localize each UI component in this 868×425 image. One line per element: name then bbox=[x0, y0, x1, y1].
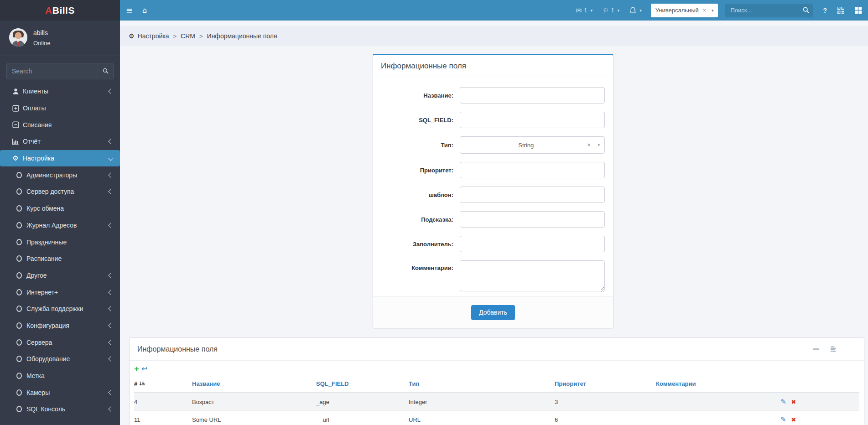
chevron-left-icon bbox=[108, 323, 113, 328]
priority-field[interactable] bbox=[460, 162, 605, 178]
sidebar-item-klienty[interactable]: Клиенты bbox=[0, 83, 120, 100]
hamburger-menu-icon[interactable]: ≡ bbox=[126, 5, 133, 15]
user-status: Online bbox=[33, 40, 51, 47]
delete-icon[interactable]: ✖ bbox=[791, 399, 796, 405]
sidebar-item-metka[interactable]: Метка bbox=[0, 368, 120, 384]
delete-icon[interactable]: ✖ bbox=[791, 416, 796, 423]
chevron-left-icon bbox=[108, 139, 113, 144]
apps-grid-icon[interactable] bbox=[855, 7, 862, 14]
hint-label: Подсказка: bbox=[373, 216, 453, 223]
gear-icon: ⚙ bbox=[129, 32, 135, 40]
topbar: ≡ ⌂ ✉ 1 ▾ ⚐ 1 ▾ ▾ Универсальный × ▾ bbox=[120, 0, 868, 21]
column-header-priority[interactable]: Приоритет bbox=[555, 375, 656, 393]
circle-icon bbox=[16, 239, 22, 245]
column-header-id[interactable]: # bbox=[134, 375, 192, 393]
sidebar-item-label: Другое bbox=[26, 272, 47, 279]
sidebar-item-raspisanie[interactable]: Расписание bbox=[0, 250, 120, 267]
avatar[interactable] bbox=[9, 28, 27, 47]
clear-icon[interactable]: × bbox=[703, 7, 706, 14]
sidebar-item-sql-konsol[interactable]: SQL Консоль bbox=[0, 401, 120, 418]
column-header-type[interactable]: Тип bbox=[409, 375, 555, 393]
sidebar-item-nastroika[interactable]: ⚙ Настройка bbox=[0, 150, 120, 167]
sql-field[interactable] bbox=[460, 112, 605, 128]
sidebar-item-zhurnal-adresov[interactable]: Журнал Адресов bbox=[0, 217, 120, 234]
gear-icon: ⚙ bbox=[10, 154, 21, 162]
breadcrumb-item[interactable]: Информационные поля bbox=[207, 32, 277, 40]
sort-icon bbox=[139, 381, 145, 387]
column-header-comments[interactable]: Комментарии bbox=[656, 375, 780, 393]
breadcrumb-item[interactable]: Настройка bbox=[138, 32, 169, 40]
column-header-name[interactable]: Название bbox=[192, 375, 316, 393]
sidebar-item-kurs-obmena[interactable]: Курс обмена bbox=[0, 200, 120, 217]
sidebar-item-label: SQL Консоль bbox=[26, 405, 65, 413]
mail-dropdown[interactable]: ✉ 1 ▾ bbox=[576, 6, 593, 15]
sidebar-item-drugoe[interactable]: Другое bbox=[0, 267, 120, 284]
sidebar-search-input[interactable] bbox=[6, 63, 98, 79]
sidebar-item-internet-plus[interactable]: Интернет+ bbox=[0, 284, 120, 301]
sidebar-item-label: Журнал Адресов bbox=[26, 222, 77, 229]
circle-icon bbox=[16, 406, 22, 412]
template-field[interactable] bbox=[460, 187, 605, 203]
sidebar-item-label: Настройка bbox=[23, 155, 54, 162]
sidebar-item-label: Оборудование bbox=[26, 355, 70, 363]
user-icon bbox=[10, 88, 21, 95]
circle-icon bbox=[16, 255, 22, 262]
qr-code-icon[interactable] bbox=[837, 7, 844, 14]
hint-field[interactable] bbox=[460, 211, 605, 228]
cell-priority: 6 bbox=[555, 411, 656, 425]
circle-icon bbox=[16, 172, 22, 178]
sidebar-item-spisaniya[interactable]: Списания bbox=[0, 116, 120, 133]
chevron-left-icon bbox=[108, 273, 113, 278]
sidebar-item-administratory[interactable]: Администраторы bbox=[0, 166, 120, 183]
name-label: Название: bbox=[373, 92, 453, 99]
add-button[interactable]: Добавить bbox=[471, 305, 515, 320]
chevron-down-icon bbox=[108, 155, 113, 161]
type-select[interactable]: String × ▾ bbox=[460, 136, 605, 154]
edit-icon[interactable]: ✎ bbox=[780, 398, 786, 406]
type-select-value: String bbox=[465, 142, 587, 149]
edit-icon[interactable]: ✎ bbox=[780, 415, 786, 424]
cell-type: URL bbox=[409, 411, 555, 425]
circle-icon bbox=[16, 205, 22, 212]
sidebar-item-sluzhba-podderzhki[interactable]: Служба поддержки bbox=[0, 301, 120, 317]
sidebar-item-konfiguratsiya[interactable]: Конфигурация bbox=[0, 317, 120, 334]
comments-field[interactable] bbox=[460, 260, 605, 291]
global-search-button[interactable] bbox=[799, 4, 813, 17]
notifications-dropdown[interactable]: ▾ bbox=[629, 7, 642, 14]
caret-down-icon: ▾ bbox=[618, 8, 620, 13]
sidebar-item-oplaty[interactable]: Оплаты bbox=[0, 100, 120, 117]
sidebar-search-button[interactable] bbox=[98, 63, 114, 79]
sidebar-item-label: Праздничные bbox=[26, 238, 67, 246]
help-icon[interactable]: ? bbox=[823, 7, 827, 14]
column-header-sql-field[interactable]: SQL_FIELD bbox=[316, 375, 409, 393]
sidebar-menu: Клиенты Оплаты Списания Отчёт ⚙ Настройк… bbox=[0, 83, 120, 418]
breadcrumb-separator: > bbox=[173, 33, 177, 40]
breadcrumb-item[interactable]: CRM bbox=[181, 32, 195, 40]
sidebar-item-prazdnichnye[interactable]: Праздничные bbox=[0, 233, 120, 250]
filler-field[interactable] bbox=[460, 236, 605, 252]
sidebar-item-oborudovanie[interactable]: Оборудование bbox=[0, 351, 120, 368]
app-logo[interactable]: ABillS bbox=[0, 0, 120, 21]
sidebar-item-otchet[interactable]: Отчёт bbox=[0, 133, 120, 150]
home-icon[interactable]: ⌂ bbox=[142, 6, 147, 15]
undo-icon[interactable]: ↩ bbox=[141, 365, 147, 373]
name-field[interactable] bbox=[460, 87, 605, 104]
circle-icon bbox=[16, 222, 22, 228]
sidebar-item-servera[interactable]: Сервера bbox=[0, 334, 120, 351]
add-row-icon[interactable]: + bbox=[134, 364, 139, 373]
domain-select[interactable]: Универсальный × ▾ bbox=[651, 4, 718, 17]
cell-sql: _age bbox=[316, 393, 409, 411]
sidebar-item-server-dostupa[interactable]: Сервер доступа bbox=[0, 183, 120, 200]
flag-dropdown[interactable]: ⚐ 1 ▾ bbox=[603, 6, 619, 15]
list-icon[interactable] bbox=[830, 346, 837, 352]
clear-icon[interactable]: × bbox=[587, 142, 590, 148]
sidebar-item-label: Клиенты bbox=[23, 88, 48, 95]
circle-icon bbox=[16, 188, 22, 195]
sidebar-item-kamery[interactable]: Камеры bbox=[0, 384, 120, 401]
chevron-left-icon bbox=[108, 223, 113, 228]
global-search-input[interactable] bbox=[725, 7, 799, 14]
chevron-left-icon bbox=[108, 306, 113, 311]
table-panel-title: Информационные поля bbox=[137, 345, 218, 353]
collapse-icon[interactable] bbox=[813, 348, 819, 350]
table-row: 11 Some URL __url URL 6 ✎ ✖ bbox=[134, 411, 859, 425]
